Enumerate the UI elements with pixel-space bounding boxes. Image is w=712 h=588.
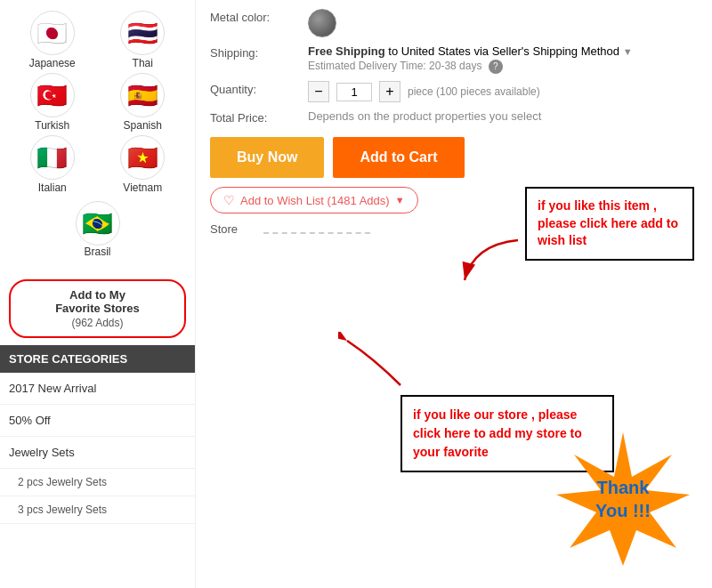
thai-label: Thai (133, 57, 153, 69)
quantity-input[interactable] (336, 83, 372, 101)
quantity-increase-button[interactable]: + (379, 81, 400, 102)
quantity-note: piece (100 pieces available) (408, 85, 540, 98)
category-new-arrival[interactable]: 2017 New Arrival (0, 373, 195, 405)
main-content: Metal color: Shipping: Free Shipping to … (196, 0, 712, 588)
flags-section: 🇯🇵 Japanese 🇹🇭 Thai 🇹🇷 Turkish 🇪🇸 Spanis… (0, 0, 195, 272)
flag-item-italian[interactable]: 🇮🇹 Italian (9, 135, 96, 194)
wishlist-btn-text: Add to Wish List (1481 Adds) (240, 194, 390, 207)
turkish-label: Turkish (35, 119, 69, 132)
vietnam-flag-icon: 🇻🇳 (120, 135, 165, 180)
metal-color-value (308, 9, 698, 37)
brasil-label: Brasil (84, 246, 110, 258)
annotation-wishlist-text: if you like this item , please click her… (538, 198, 678, 247)
flag-item-thai[interactable]: 🇹🇭 Thai (100, 11, 187, 69)
add-favorite-stores-button[interactable]: Add to My Favorite Stores (962 Adds) (9, 279, 186, 338)
vietnam-label: Vietnam (123, 181, 162, 194)
japanese-label: Japanese (29, 57, 76, 69)
category-2pcs-jewelry[interactable]: 2 pcs Jewelry Sets (0, 469, 195, 496)
flag-item-spanish[interactable]: 🇪🇸 Spanish (100, 73, 187, 132)
metal-color-row: Metal color: (210, 9, 698, 37)
italian-flag-icon: 🇮🇹 (30, 135, 75, 180)
metal-color-icon[interactable] (308, 9, 336, 37)
metal-color-label: Metal color: (210, 9, 308, 24)
wishlist-dropdown-icon: ▼ (395, 195, 405, 205)
action-buttons: Buy Now Add to Cart (210, 137, 698, 178)
category-50-off[interactable]: 50% Off (0, 405, 195, 437)
thankyou-starburst: Thank You !!! (552, 428, 694, 570)
total-price-text: Depends on the product properties you se… (308, 109, 541, 123)
heart-icon: ♡ (223, 193, 235, 207)
total-price-value: Depends on the product properties you se… (308, 109, 698, 123)
favorite-stores-main-text: Add to My Favorite Stores (21, 288, 174, 315)
brasil-row[interactable]: 🇧🇷 Brasil (0, 197, 195, 265)
shipping-row: Shipping: Free Shipping to United States… (210, 44, 698, 74)
total-price-row: Total Price: Depends on the product prop… (210, 109, 698, 125)
brasil-flag-icon: 🇧🇷 (76, 201, 120, 246)
store-label: Store (210, 222, 263, 236)
favorite-stores-count: (962 Adds) (21, 317, 174, 329)
help-icon[interactable]: ? (489, 60, 503, 74)
quantity-label: Quantity: (210, 81, 308, 96)
add-to-cart-button[interactable]: Add to Cart (333, 137, 464, 178)
shipping-estimate: Estimated Delivery Time: 20-38 days ? (308, 60, 698, 74)
shipping-label: Shipping: (210, 44, 308, 60)
shipping-free-text: Free Shipping (308, 44, 385, 58)
store-categories-header: STORE CATEGORIES (0, 345, 195, 373)
flag-item-japanese[interactable]: 🇯🇵 Japanese (9, 11, 96, 69)
quantity-decrease-button[interactable]: − (308, 81, 329, 102)
wishlist-arrow-annotation (456, 236, 527, 292)
japanese-flag-icon: 🇯🇵 (30, 11, 75, 55)
buy-now-button[interactable]: Buy Now (210, 137, 324, 178)
turkish-flag-icon: 🇹🇷 (30, 73, 75, 117)
spanish-flag-icon: 🇪🇸 (120, 73, 165, 117)
category-jewelry-sets[interactable]: Jewelry Sets (0, 437, 195, 469)
category-3pcs-jewelry[interactable]: 3 pcs Jewelry Sets (0, 496, 195, 524)
quantity-value: − + piece (100 pieces available) (308, 81, 698, 102)
flag-item-turkish[interactable]: 🇹🇷 Turkish (9, 73, 96, 132)
quantity-row: Quantity: − + piece (100 pieces availabl… (210, 81, 698, 102)
add-to-wishlist-button[interactable]: ♡ Add to Wish List (1481 Adds) ▼ (210, 187, 418, 213)
annotation-wishlist-box: if you like this item , please click her… (525, 187, 694, 261)
flags-grid: 🇯🇵 Japanese 🇹🇭 Thai 🇹🇷 Turkish 🇪🇸 Spanis… (0, 7, 195, 197)
spanish-label: Spanish (124, 119, 162, 132)
store-arrow-annotation (338, 332, 409, 397)
thai-flag-icon: 🇹🇭 (120, 11, 165, 55)
shipping-to-text: to United States via Seller's Shipping M… (388, 44, 619, 58)
italian-label: Italian (38, 181, 67, 194)
flag-item-vietnam[interactable]: 🇻🇳 Vietnam (100, 135, 187, 194)
thankyou-text: Thank You !!! (587, 476, 659, 522)
shipping-dropdown-icon[interactable]: ▼ (623, 46, 633, 57)
total-price-label: Total Price: (210, 109, 308, 125)
sidebar: 🇯🇵 Japanese 🇹🇭 Thai 🇹🇷 Turkish 🇪🇸 Spanis… (0, 0, 196, 588)
store-link[interactable] (263, 225, 370, 234)
shipping-value: Free Shipping to United States via Selle… (308, 44, 698, 74)
